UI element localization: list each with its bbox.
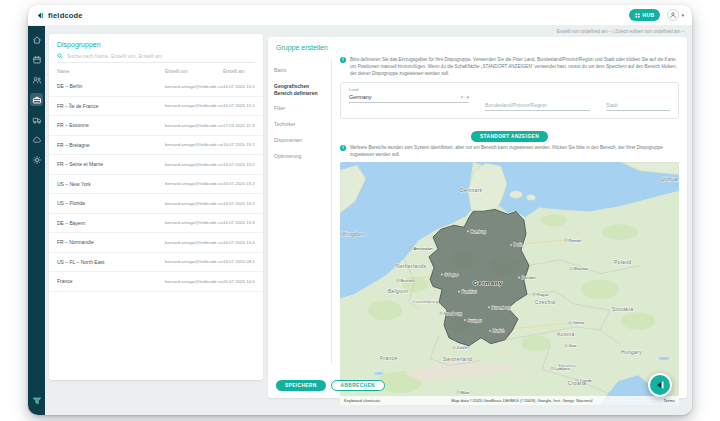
map-city-label: Brussels bbox=[401, 279, 415, 283]
nav-fleet[interactable] bbox=[30, 113, 43, 126]
row-created-at: 16.07.2020 15:18 bbox=[223, 103, 255, 108]
nav-settings[interactable] bbox=[30, 153, 43, 166]
nav-dispo-groups[interactable] bbox=[30, 93, 43, 106]
step-dispatchers[interactable]: Disponenten bbox=[274, 137, 325, 144]
map-city-dot bbox=[569, 322, 571, 324]
map-country-label: Belgium bbox=[388, 290, 408, 295]
search-icon bbox=[57, 53, 63, 59]
account-menu[interactable]: ▾ bbox=[667, 9, 684, 21]
map-canvas[interactable]: Hamburg Berlin Dresden Cologne Frankfurt bbox=[340, 162, 679, 405]
nav-filter[interactable] bbox=[30, 394, 43, 407]
danish-island bbox=[527, 195, 536, 201]
row-created-at: 16.07.2020 15:28 bbox=[223, 201, 255, 206]
app-window: fieldcode HUB bbox=[28, 5, 692, 415]
map-city-dot bbox=[440, 313, 442, 315]
table-row[interactable]: FR – Bretagne bernard.antago@fieldcode.c… bbox=[49, 136, 263, 156]
table-row[interactable]: DE – Bayern bernard.antago@fieldcode.com… bbox=[49, 214, 263, 234]
table-row[interactable]: DE – Berlin bernard.antago@fieldcode.com… bbox=[49, 77, 263, 97]
step-technicians[interactable]: Techniker bbox=[274, 121, 325, 128]
row-created-at: 17.03.2020 11:35 bbox=[223, 123, 255, 128]
avatar bbox=[667, 9, 679, 21]
map-country-label: United Kingdom bbox=[340, 233, 365, 238]
row-created-at: 16.07.2020 15:42 bbox=[223, 240, 255, 245]
fieldcode-logo: fieldcode bbox=[36, 11, 83, 20]
step-optimization[interactable]: Optimierung bbox=[274, 153, 325, 160]
row-created-by: bernard.antago@fieldcode.com bbox=[165, 103, 223, 108]
nav-home[interactable] bbox=[30, 33, 43, 46]
map-city-dot bbox=[510, 244, 512, 246]
map-city-label: Poznań bbox=[569, 239, 582, 243]
terms-link[interactable]: Terms bbox=[664, 398, 675, 403]
step-filter[interactable]: Filter bbox=[274, 105, 325, 112]
left-nav-rail bbox=[28, 26, 45, 415]
map-city-dot bbox=[488, 307, 490, 309]
map-country-label: Czechia bbox=[535, 301, 555, 306]
nav-calendar[interactable] bbox=[30, 53, 43, 66]
map-city-label: Cologne bbox=[445, 274, 459, 278]
row-name: FR – Normandie bbox=[57, 239, 165, 245]
row-created-at: 16.07.2020 15:35 bbox=[223, 220, 255, 225]
row-name: FR – Essonne bbox=[57, 122, 165, 128]
table-row[interactable]: US – New York bernard.antago@fieldcode.c… bbox=[49, 175, 263, 195]
user-avatar-icon bbox=[669, 11, 677, 19]
map-city-label: Strasbourg bbox=[444, 312, 462, 316]
cancel-button[interactable]: ABBRECHEN bbox=[331, 380, 385, 391]
city-input[interactable] bbox=[606, 101, 670, 111]
row-name: US – New York bbox=[57, 181, 165, 187]
table-row[interactable]: US – Florida bernard.antago@fieldcode.co… bbox=[49, 194, 263, 214]
map-city-label: Frankfurt bbox=[462, 290, 477, 294]
wizard-actions: SPEICHERN ABBRECHEN bbox=[276, 380, 385, 391]
topbar-right: HUB ▾ bbox=[629, 9, 684, 21]
table-row[interactable]: France bernard.antago@fieldcode.com 20.0… bbox=[49, 272, 263, 292]
dispo-panel-title: Dispogruppen bbox=[49, 34, 263, 53]
fieldcode-floating-button[interactable] bbox=[648, 373, 672, 397]
clear-icon[interactable]: × bbox=[461, 94, 464, 100]
nav-people[interactable] bbox=[30, 73, 43, 86]
show-location-button[interactable]: STANDORT ANZEIGEN bbox=[471, 131, 548, 142]
table-row[interactable]: US – FL – North East bernard.antago@fiel… bbox=[49, 253, 263, 273]
col-name: Name bbox=[57, 69, 165, 74]
map-country-label: Lithuania bbox=[662, 177, 679, 182]
hub-button-label: HUB bbox=[642, 12, 654, 18]
map-city-dot bbox=[570, 268, 572, 270]
country-select[interactable]: Germany × ▾ bbox=[349, 94, 469, 103]
dropdown-caret-icon[interactable]: ▾ bbox=[466, 94, 469, 100]
audit-meta-line: Erstellt von undefined am – | Zuletzt ed… bbox=[557, 29, 684, 34]
row-name: DE – Berlin bbox=[57, 83, 165, 89]
step-basis[interactable]: Basis bbox=[274, 67, 325, 74]
row-created-at: 16.07.2020 15:21 bbox=[223, 162, 255, 167]
create-group-panel: Gruppe erstellen Basis Geografischen Ber… bbox=[268, 37, 687, 398]
map-city-dot bbox=[458, 291, 460, 293]
table-row[interactable]: FR – Île de France bernard.antago@fieldc… bbox=[49, 97, 263, 117]
row-created-by: bernard.antago@fieldcode.com bbox=[165, 220, 223, 225]
map-country-label: Luxembourg bbox=[413, 300, 438, 305]
table-row[interactable]: FR – Seine et Marne bernard.antago@field… bbox=[49, 155, 263, 175]
map-attribution-bar: Keyboard shortcuts Map data ©2020 GeoBas… bbox=[340, 396, 679, 405]
forest-patch bbox=[581, 280, 619, 300]
main-content: Erstellt von undefined am – | Zuletzt ed… bbox=[45, 26, 692, 415]
map-country-label: Slovakia bbox=[612, 308, 633, 313]
search-input[interactable] bbox=[67, 53, 255, 59]
map-city-dot bbox=[467, 231, 469, 233]
save-button[interactable]: SPEICHERN bbox=[276, 380, 326, 391]
map-attribution-text: Map data ©2020 GeoBasis-DE/BKG (©2009), … bbox=[451, 398, 592, 403]
table-row[interactable]: FR – Normandie bernard.antago@fieldcode.… bbox=[49, 233, 263, 253]
info-row-map: i Mehrere Bereiche wurden vom System ide… bbox=[340, 145, 679, 159]
map-country-label: Austria bbox=[557, 332, 575, 337]
keyboard-shortcuts-link[interactable]: Keyboard shortcuts bbox=[344, 398, 380, 403]
map-city-dot bbox=[453, 347, 455, 349]
map-country-label: Netherlands bbox=[396, 265, 426, 270]
nav-cloud[interactable] bbox=[30, 133, 43, 146]
map-country-label: Croatia bbox=[568, 382, 586, 387]
cloud-icon bbox=[32, 135, 42, 145]
map-city-label: Berlin bbox=[514, 244, 524, 248]
forest-patch bbox=[541, 215, 567, 227]
step-geographic-area[interactable]: Geografischen Bereich definieren bbox=[274, 83, 325, 97]
map-widget[interactable]: Hamburg Berlin Dresden Cologne Frankfurt bbox=[340, 162, 679, 405]
hub-button[interactable]: HUB bbox=[629, 9, 661, 21]
region-input[interactable] bbox=[485, 101, 590, 111]
row-created-by: bernard.antago@fieldcode.com bbox=[165, 201, 223, 206]
map-city-label: Munich bbox=[493, 330, 505, 334]
map-country-label: Hungary bbox=[621, 350, 642, 355]
table-row[interactable]: FR – Essonne bernard.antago@fieldcode.co… bbox=[49, 116, 263, 136]
